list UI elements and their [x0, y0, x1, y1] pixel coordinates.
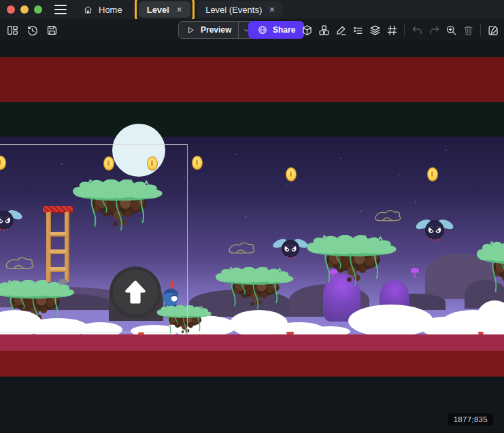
sketch-cloud[interactable] [227, 241, 256, 255]
star [235, 154, 236, 155]
coin[interactable] [192, 156, 203, 170]
star [340, 158, 341, 159]
undo-icon[interactable] [409, 22, 425, 38]
3d-objects-icon[interactable] [299, 22, 315, 38]
ceiling-block[interactable] [0, 57, 504, 102]
tab-home[interactable]: Home [76, 1, 129, 18]
tab-level-events-close-icon[interactable]: ✕ [269, 5, 275, 14]
globe-icon [257, 24, 268, 35]
star [415, 201, 416, 203]
scene-editor-canvas[interactable]: 1877;835 [0, 41, 504, 433]
edit-instances-icon[interactable] [333, 22, 349, 38]
floor-block[interactable] [0, 334, 504, 351]
home-icon [83, 5, 93, 15]
tab-home-label: Home [99, 5, 122, 15]
zoom-in-icon[interactable] [443, 22, 459, 38]
preview-button[interactable]: Preview [179, 22, 238, 38]
tab-level-label: Level [147, 5, 169, 15]
toggle-panels-icon[interactable] [4, 22, 20, 38]
selection-rectangle[interactable] [0, 144, 188, 332]
history-icon[interactable] [24, 22, 40, 38]
share-button[interactable]: Share [248, 21, 304, 39]
traffic-lights [7, 5, 42, 14]
floor-marking [286, 332, 294, 334]
grid-icon[interactable] [384, 22, 400, 38]
star [286, 185, 287, 186]
flying-enemy[interactable] [415, 213, 454, 245]
share-button-label: Share [273, 25, 295, 35]
redo-icon[interactable] [426, 22, 442, 38]
cursor-coordinates: 1877;835 [448, 413, 493, 426]
floor-marking [138, 332, 144, 335]
toolbar-separator [480, 24, 481, 36]
toolbar-right-group [299, 22, 501, 38]
scene-background-gap [0, 102, 504, 137]
toolbar-separator [404, 24, 405, 36]
main-menu-icon[interactable] [54, 5, 67, 14]
minimize-window-button[interactable] [20, 5, 29, 14]
floor-marking [478, 332, 484, 334]
star [446, 150, 447, 151]
layers-icon[interactable] [367, 22, 383, 38]
gdevelop-window: { "titlebar": { "traffic_lights": ["clos… [0, 0, 504, 433]
coin[interactable] [427, 167, 438, 181]
floating-island[interactable] [306, 235, 400, 290]
zoom-window-button[interactable] [34, 5, 42, 14]
floating-island[interactable] [476, 241, 504, 300]
preview-split-button: Preview [178, 21, 254, 39]
floating-island[interactable] [215, 267, 297, 312]
star [398, 174, 399, 175]
toolbar: Preview Share [0, 19, 504, 41]
tab-level-events[interactable]: Level (Events) ✕ [197, 1, 283, 18]
instances-list-icon[interactable] [350, 22, 366, 38]
tab-level-events-label: Level (Events) [205, 5, 262, 15]
star [360, 211, 362, 212]
tab-bar: Home Level ✕ Level (Events) ✕ [76, 0, 283, 19]
preview-button-label: Preview [201, 25, 231, 35]
flying-enemy[interactable] [272, 233, 309, 262]
sketch-cloud[interactable] [373, 208, 403, 223]
close-window-button[interactable] [7, 5, 15, 14]
object-groups-icon[interactable] [316, 22, 332, 38]
tab-level[interactable]: Level ✕ [139, 1, 190, 18]
toolbar-left-group [4, 22, 60, 38]
delete-icon[interactable] [460, 22, 476, 38]
cloud [348, 305, 433, 337]
edit-scene-properties-icon[interactable] [485, 22, 501, 38]
play-icon [186, 25, 196, 35]
titlebar: Home Level ✕ Level (Events) ✕ [0, 0, 504, 19]
coin[interactable] [286, 167, 297, 181]
tab-level-close-icon[interactable]: ✕ [176, 5, 182, 14]
save-icon[interactable] [44, 22, 60, 38]
lower-floor-block[interactable] [0, 351, 504, 377]
star [245, 216, 246, 218]
